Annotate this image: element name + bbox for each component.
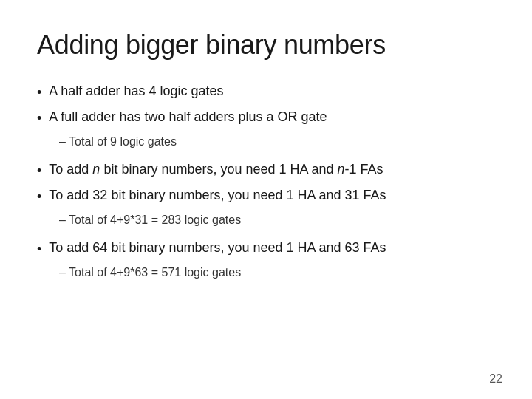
page-number: 22	[489, 372, 502, 386]
bullet-icon: •	[37, 187, 41, 207]
slide-title: Adding bigger binary numbers	[37, 30, 495, 61]
bullet-text: To add 64 bit binary numbers, you need 1…	[49, 238, 495, 258]
italic-text: n	[92, 162, 100, 177]
sub-item: Total of 9 logic gates	[59, 133, 495, 151]
bullet-text: To add 32 bit binary numbers, you need 1…	[49, 185, 495, 205]
italic-text-2: n	[338, 162, 345, 177]
list-item: • To add 64 bit binary numbers, you need…	[37, 238, 495, 259]
bullet-text: To add n bit binary numbers, you need 1 …	[49, 160, 495, 180]
list-item: • A full adder has two half adders plus …	[37, 107, 495, 129]
list-item: • A half adder has 4 logic gates	[37, 81, 495, 103]
slide: Adding bigger binary numbers • A half ad…	[0, 0, 532, 399]
content-area: • A half adder has 4 logic gates • A ful…	[37, 81, 495, 282]
sub-item: Total of 4+9*31 = 283 logic gates	[59, 211, 495, 229]
bullet-text: A half adder has 4 logic gates	[49, 81, 495, 101]
list-item: • To add n bit binary numbers, you need …	[37, 160, 495, 181]
bullet-text: A full adder has two half adders plus a …	[49, 107, 495, 127]
sub-item: Total of 4+9*63 = 571 logic gates	[59, 264, 495, 282]
bullet-icon: •	[37, 109, 41, 129]
bullet-icon: •	[37, 161, 41, 181]
bullet-icon: •	[37, 83, 41, 103]
list-item: • To add 32 bit binary numbers, you need…	[37, 185, 495, 207]
bullet-icon: •	[37, 239, 41, 259]
